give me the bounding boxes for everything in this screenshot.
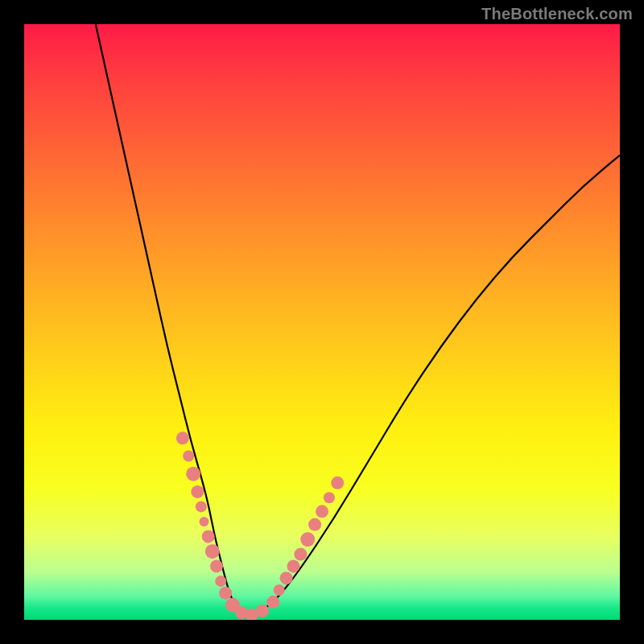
marker-dot	[300, 532, 315, 547]
marker-dot	[200, 517, 209, 526]
marker-dot	[186, 467, 200, 481]
marker-dot	[274, 584, 285, 596]
marker-dot	[331, 477, 344, 489]
marker-dot	[308, 518, 321, 531]
plot-area	[24, 24, 620, 620]
marker-dot	[266, 596, 279, 609]
marker-dot	[205, 544, 220, 559]
marker-dot	[183, 451, 194, 462]
bottleneck-curve	[24, 24, 620, 620]
watermark-text: TheBottleneck.com	[481, 5, 633, 23]
marker-dot	[287, 559, 300, 572]
marker-dot	[219, 587, 232, 600]
marker-dot	[191, 485, 204, 498]
marker-dot	[176, 431, 189, 444]
marker-dot	[210, 559, 223, 572]
marker-dot	[324, 492, 335, 503]
chart-frame: TheBottleneck.com	[0, 0, 644, 644]
marker-dot	[215, 576, 226, 587]
marker-dot	[280, 572, 293, 584]
marker-dot	[202, 530, 215, 543]
marker-dot	[294, 548, 307, 561]
marker-dot	[316, 505, 328, 518]
marker-dot	[256, 605, 269, 617]
marker-dot	[196, 501, 207, 512]
